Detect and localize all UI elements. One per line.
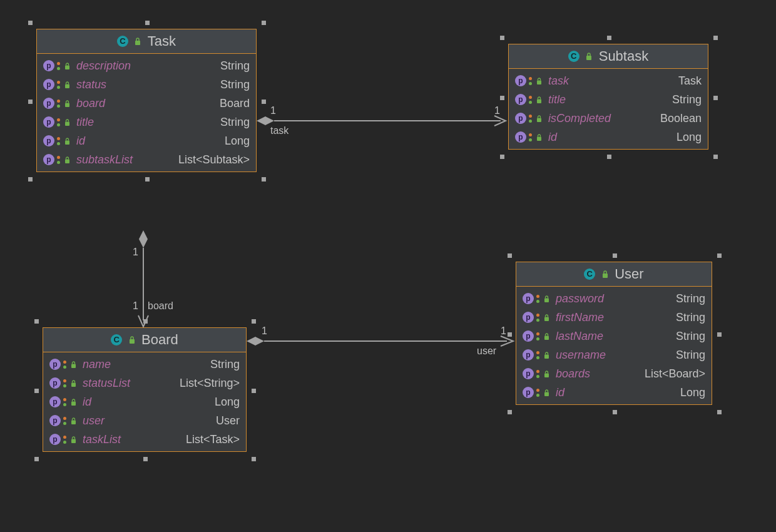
resize-handle[interactable] — [717, 253, 722, 258]
class-header[interactable]: C Board — [43, 328, 246, 352]
field-name: description — [76, 59, 131, 73]
resize-handle[interactable] — [145, 21, 150, 25]
class-header[interactable]: C Subtask — [509, 44, 708, 69]
field-row[interactable]: p statusList List<String> — [43, 374, 246, 392]
field-row[interactable]: p taskList List<Task> — [43, 430, 246, 449]
lock-icon — [585, 52, 593, 61]
resize-handle[interactable] — [252, 457, 256, 461]
resize-handle[interactable] — [34, 457, 39, 461]
resize-handle[interactable] — [500, 155, 504, 159]
resize-handle[interactable] — [713, 155, 718, 159]
field-row[interactable]: p firstName String — [516, 308, 712, 327]
field-type: List<Task> — [186, 433, 240, 446]
field-row[interactable]: p password String — [516, 289, 712, 308]
resize-handle[interactable] — [28, 100, 33, 104]
resize-handle[interactable] — [717, 410, 722, 414]
field-row[interactable]: p id Long — [43, 392, 246, 411]
field-row[interactable]: p id Long — [516, 383, 712, 402]
resize-handle[interactable] — [34, 389, 39, 393]
property-icon: p — [515, 94, 526, 105]
resize-handle[interactable] — [613, 253, 617, 258]
mult-task-side: 1 — [270, 105, 276, 116]
lock-icon — [601, 270, 610, 279]
svg-rect-15 — [537, 99, 541, 103]
class-task[interactable]: C Task p description String p status Str… — [36, 29, 257, 172]
resize-handle[interactable] — [607, 155, 611, 159]
field-row[interactable]: p user User — [43, 411, 246, 430]
connector-task-board — [138, 230, 148, 327]
resize-handle[interactable] — [508, 332, 512, 337]
field-row[interactable]: p boards List<Board> — [516, 364, 712, 383]
resize-handle[interactable] — [500, 36, 504, 40]
resize-handle[interactable] — [252, 389, 256, 393]
field-type: Long — [680, 386, 705, 399]
property-icon: p — [49, 415, 61, 426]
svg-rect-23 — [71, 439, 76, 443]
property-icon: p — [523, 293, 534, 304]
lock-icon — [535, 96, 543, 104]
field-type: List<String> — [180, 377, 240, 390]
resize-handle[interactable] — [262, 21, 266, 25]
field-row[interactable]: p title String — [509, 90, 708, 109]
class-board[interactable]: C Board p name String p statusList List<… — [43, 327, 247, 452]
resize-handle[interactable] — [717, 332, 722, 337]
field-row[interactable]: p id Long — [37, 131, 256, 150]
class-body: p password String p firstName String p l… — [516, 287, 712, 404]
field-name: name — [83, 358, 111, 371]
resize-handle[interactable] — [143, 457, 148, 461]
resize-handle[interactable] — [34, 319, 39, 324]
field-name: id — [83, 396, 91, 409]
diagram-canvas[interactable]: 1 1 task 1 1 board 1 1 user C Task p des… — [0, 0, 776, 532]
field-row[interactable]: p lastName String — [516, 327, 712, 345]
svg-marker-2 — [139, 230, 148, 248]
property-icon: p — [49, 396, 61, 407]
field-name: id — [76, 135, 85, 148]
class-header[interactable]: C User — [516, 262, 712, 287]
svg-rect-10 — [65, 121, 69, 126]
class-user[interactable]: C User p password String p firstName Str… — [516, 262, 712, 405]
svg-marker-4 — [247, 337, 264, 345]
field-name: username — [556, 349, 606, 362]
resize-handle[interactable] — [500, 96, 504, 100]
resize-handle[interactable] — [252, 319, 256, 324]
field-row[interactable]: p board Board — [37, 94, 256, 113]
field-row[interactable]: p name String — [43, 355, 246, 374]
field-row[interactable]: p status String — [37, 75, 256, 94]
field-name: firstName — [556, 311, 604, 324]
resize-handle[interactable] — [262, 100, 266, 104]
field-row[interactable]: p id Long — [509, 128, 708, 146]
field-row[interactable]: p isCompleted Boolean — [509, 109, 708, 128]
class-title: Task — [148, 33, 176, 49]
resize-handle[interactable] — [143, 319, 148, 324]
mult-subtask-side: 1 — [494, 105, 500, 116]
resize-handle[interactable] — [28, 21, 33, 25]
resize-handle[interactable] — [262, 177, 266, 182]
svg-rect-17 — [537, 136, 541, 141]
field-type: String — [220, 116, 250, 129]
field-row[interactable]: p username String — [516, 345, 712, 364]
resize-handle[interactable] — [713, 96, 718, 100]
resize-handle[interactable] — [28, 177, 33, 182]
lock-icon — [543, 332, 551, 340]
field-row[interactable]: p title String — [37, 113, 256, 131]
resize-handle[interactable] — [713, 36, 718, 40]
lock-icon — [69, 398, 78, 406]
property-icon: p — [515, 113, 526, 124]
svg-rect-6 — [135, 41, 140, 45]
resize-handle[interactable] — [145, 177, 150, 182]
field-type: String — [220, 59, 250, 73]
field-type: Board — [220, 97, 250, 110]
field-row[interactable]: p subtaskList List<Subtask> — [37, 150, 256, 169]
lock-icon — [535, 115, 543, 123]
class-header[interactable]: C Task — [37, 29, 256, 54]
class-subtask[interactable]: C Subtask p task Task p title String p i… — [508, 44, 708, 150]
field-row[interactable]: p description String — [37, 56, 256, 75]
resize-handle[interactable] — [613, 410, 617, 414]
resize-handle[interactable] — [508, 253, 512, 258]
svg-rect-14 — [537, 80, 541, 84]
field-row[interactable]: p task Task — [509, 71, 708, 90]
label-task-board: board — [148, 300, 173, 312]
resize-handle[interactable] — [607, 36, 611, 40]
resize-handle[interactable] — [508, 410, 512, 414]
field-name: lastName — [556, 330, 603, 343]
